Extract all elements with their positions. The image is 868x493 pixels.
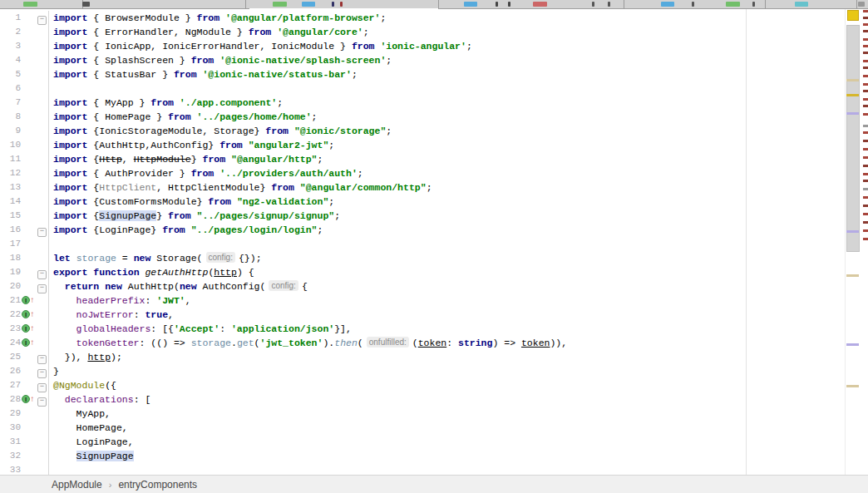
file-type-icon[interactable] xyxy=(726,2,740,7)
implements-icon[interactable]: I xyxy=(22,324,30,333)
stripe-warning-marker[interactable] xyxy=(863,205,868,207)
line-number[interactable]: 8 xyxy=(0,110,21,124)
file-type-icon[interactable] xyxy=(302,2,315,7)
stripe-warning-marker[interactable] xyxy=(863,30,868,32)
line-number[interactable]: 18 xyxy=(0,251,21,265)
stripe-occurrence-marker[interactable] xyxy=(846,274,859,277)
highlighted-identifier[interactable]: SignupPage xyxy=(99,210,156,221)
navigate-up-arrow-icon[interactable]: ↑ xyxy=(30,338,35,348)
implements-gutter-icon[interactable]: I↑ xyxy=(21,308,36,322)
code-line[interactable]: 22I↑ noJwtError: true, xyxy=(0,308,868,322)
code-line[interactable]: 9import {IonicStorageModule, Storage} fr… xyxy=(0,124,868,138)
implements-gutter-icon[interactable]: I↑ xyxy=(21,336,36,350)
code-line[interactable]: 28I↑− declarations: [ xyxy=(0,392,868,407)
implements-gutter-icon[interactable]: I↑ xyxy=(21,293,36,308)
navigate-up-arrow-icon[interactable]: ↑ xyxy=(30,296,35,305)
line-number[interactable]: 33 xyxy=(0,463,21,475)
line-number[interactable]: 1 xyxy=(0,11,21,25)
navigate-up-arrow-icon[interactable]: ↑ xyxy=(30,310,35,319)
code-line[interactable]: 27−@NgModule({ xyxy=(0,378,868,392)
stripe-warning-marker[interactable] xyxy=(863,105,868,107)
stripe-occurrence-marker[interactable] xyxy=(846,79,859,81)
stripe-occurrence-marker[interactable] xyxy=(846,112,859,115)
code-line[interactable]: 25− }), http); xyxy=(0,350,868,364)
stripe-warning-marker[interactable] xyxy=(863,60,868,62)
file-type-icon[interactable] xyxy=(692,2,694,7)
line-number[interactable]: 25 xyxy=(0,350,21,364)
stripe-warning-marker[interactable] xyxy=(863,221,868,224)
line-number[interactable]: 30 xyxy=(0,421,21,435)
line-number[interactable]: 5 xyxy=(0,67,21,81)
fold-start-icon[interactable]: − xyxy=(37,16,47,25)
stripe-warning-marker[interactable] xyxy=(863,38,868,41)
line-number[interactable]: 13 xyxy=(0,180,21,195)
code-line[interactable]: 12import { AuthProvider } from '../provi… xyxy=(0,166,868,180)
code-line[interactable]: 32 SignupPage xyxy=(0,449,868,463)
code-line[interactable]: 18let storage = new Storage(config:{}); xyxy=(0,251,868,265)
stripe-warning-marker[interactable] xyxy=(863,165,868,167)
code-line[interactable]: 7import { MyApp } from './app.component'… xyxy=(0,96,868,110)
fold-column[interactable]: − xyxy=(36,350,49,364)
fold-column[interactable]: − xyxy=(36,11,49,25)
stripe-warning-marker[interactable] xyxy=(863,45,868,47)
file-type-icon[interactable] xyxy=(533,2,547,7)
code-line[interactable]: 16−import {LoginPage} from "../pages/log… xyxy=(0,223,868,237)
line-number[interactable]: 17 xyxy=(0,237,21,251)
fold-column[interactable]: − xyxy=(36,392,49,407)
stripe-warning-marker[interactable] xyxy=(863,188,868,190)
code-line[interactable]: 26−} xyxy=(0,364,868,378)
stripe-warning-marker[interactable] xyxy=(863,113,868,116)
file-type-icon[interactable] xyxy=(795,2,808,7)
file-type-icon[interactable] xyxy=(592,2,594,7)
stripe-warning-marker[interactable] xyxy=(863,173,868,175)
line-number[interactable]: 3 xyxy=(0,39,21,53)
stripe-warning-marker[interactable] xyxy=(863,131,868,134)
stripe-warning-marker[interactable] xyxy=(863,83,868,86)
fold-start-icon[interactable]: − xyxy=(37,397,47,407)
file-type-icon[interactable] xyxy=(464,2,477,7)
implements-icon[interactable]: I xyxy=(22,395,30,403)
line-number[interactable]: 12 xyxy=(0,166,21,180)
fold-end-icon[interactable]: − xyxy=(37,369,47,378)
stripe-warning-marker[interactable] xyxy=(863,196,868,199)
stripe-warning-marker[interactable] xyxy=(863,17,868,19)
line-number[interactable]: 24 xyxy=(0,336,21,350)
line-number[interactable]: 6 xyxy=(0,81,21,96)
fold-start-icon[interactable]: − xyxy=(37,284,47,293)
scrollbar-thumb[interactable] xyxy=(846,25,860,252)
line-number[interactable]: 19 xyxy=(0,265,21,279)
implements-icon[interactable]: I xyxy=(22,310,30,318)
code-line[interactable]: 8import { HomePage } from '../pages/home… xyxy=(0,110,868,124)
line-number[interactable]: 10 xyxy=(0,138,21,152)
line-number[interactable]: 14 xyxy=(0,195,21,209)
stripe-warning-marker[interactable] xyxy=(863,10,868,12)
file-type-icon[interactable] xyxy=(858,2,865,7)
line-number[interactable]: 27 xyxy=(0,378,21,392)
line-number[interactable]: 21 xyxy=(0,293,21,308)
stripe-warning-marker[interactable] xyxy=(863,67,868,69)
code-line[interactable]: 15import {SignupPage} from "../pages/sig… xyxy=(0,209,868,223)
file-type-icon[interactable] xyxy=(608,2,610,7)
code-line[interactable]: 14import {CustomFormsModule} from "ng2-v… xyxy=(0,195,868,209)
fold-start-icon[interactable]: − xyxy=(37,228,47,237)
stripe-warning-marker[interactable] xyxy=(863,75,868,77)
stripe-occurrence-marker[interactable] xyxy=(846,385,859,387)
stripe-warning-marker[interactable] xyxy=(863,52,868,54)
fold-column[interactable]: − xyxy=(36,378,49,392)
file-type-icon[interactable] xyxy=(23,2,37,7)
code-line[interactable]: 24I↑ tokenGetter: (() => storage.get('jw… xyxy=(0,336,868,350)
code-line[interactable]: 4import { SplashScreen } from '@ionic-na… xyxy=(0,53,868,67)
code-line[interactable]: 11import {Http, HttpModule} from "@angul… xyxy=(0,152,868,166)
highlighted-identifier[interactable]: SignupPage xyxy=(76,451,134,461)
fold-start-icon[interactable]: − xyxy=(37,383,47,392)
file-type-icon[interactable] xyxy=(752,2,755,7)
stripe-warning-marker[interactable] xyxy=(863,90,868,92)
file-type-icon[interactable] xyxy=(661,2,674,7)
line-number[interactable]: 4 xyxy=(0,53,21,67)
editor-tab-bar[interactable] xyxy=(0,0,868,9)
line-number[interactable]: 9 xyxy=(0,124,21,138)
stripe-warning-marker[interactable] xyxy=(863,140,868,142)
implements-icon[interactable]: I xyxy=(22,296,30,304)
implements-icon[interactable]: I xyxy=(22,338,30,347)
fold-end-icon[interactable]: − xyxy=(37,355,47,364)
